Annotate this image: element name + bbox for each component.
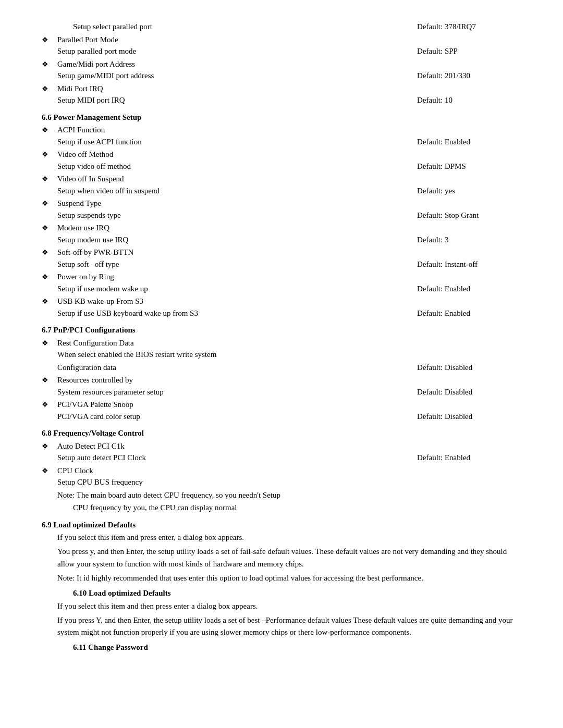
section-69-header: 6.9 Load optimized Defaults: [42, 519, 521, 531]
bullet-icon: ❖: [42, 124, 57, 135]
section-610-header: 6.10 Load optimized Defaults: [73, 587, 521, 599]
list-item: ❖ Video off In Suspend: [42, 173, 521, 185]
bullet-icon: ❖: [42, 222, 57, 233]
bullet-icon: ❖: [42, 295, 57, 307]
list-item: ❖ Midi Port IRQ: [42, 83, 521, 95]
bullet-icon: ❖: [42, 58, 57, 70]
section-610-para-0: If you select this item and then press e…: [57, 600, 521, 612]
item-desc: Setup soft –off type: [57, 258, 407, 270]
item-title: USB KB wake-up From S3: [57, 295, 143, 307]
list-item: ❖ ACPI Function: [42, 124, 521, 136]
bullet-icon: ❖: [42, 399, 57, 410]
bullet-icon: ❖: [42, 149, 57, 160]
list-item: ❖ USB KB wake-up From S3: [42, 295, 521, 307]
bullet-icon: ❖: [42, 440, 57, 452]
list-item: ❖ Paralled Port Mode: [42, 34, 521, 46]
item-title: Paralled Port Mode: [57, 34, 118, 46]
item-title: PCI/VGA Palette Snoop: [57, 399, 133, 411]
bullet-icon: ❖: [42, 198, 57, 209]
bullet-icon: ❖: [42, 34, 57, 45]
list-item: ❖ Video off Method: [42, 149, 521, 161]
list-item: ❖ Auto Detect PCI C1k: [42, 440, 521, 452]
section-69-para-2: Note: It id highly recommended that uses…: [57, 572, 521, 584]
list-item: ❖ Suspend Type: [42, 198, 521, 209]
item-desc: Setup MIDI port IRQ: [57, 94, 407, 106]
item-title: Resources controlled by: [57, 374, 133, 386]
item-desc-line1: When select enabled the BIOS restart wri…: [57, 349, 521, 361]
list-item: ❖ Soft-off by PWR-BTTN: [42, 246, 521, 258]
list-item: ❖ Rest Configuration Data: [42, 337, 521, 349]
item-title: Midi Port IRQ: [57, 83, 103, 95]
item-desc-row: Setup modem use IRQ Default: 3: [42, 234, 521, 246]
item-title: Suspend Type: [57, 198, 101, 209]
item-desc-row: Setup suspends type Default: Stop Grant: [42, 209, 521, 221]
item-default: Default: Disabled: [407, 386, 521, 398]
top-desc-text: Setup select paralled port: [73, 21, 407, 33]
item-default: Default: 3: [407, 234, 521, 246]
item-desc-row: When select enabled the BIOS restart wri…: [42, 349, 521, 361]
item-desc: Setup auto detect PCI Clock: [57, 452, 407, 464]
section-69-para-1: You press y, and then Enter, the setup u…: [57, 546, 521, 570]
item-desc: Setup if use modem wake up: [57, 283, 407, 295]
bullet-icon: ❖: [42, 337, 57, 349]
bullet-icon: ❖: [42, 374, 57, 386]
item-desc: Setup paralled port mode: [57, 45, 407, 57]
section-67-header: 6.7 PnP/PCI Configurations: [42, 324, 521, 336]
item-desc-row: Configuration data Default: Disabled: [42, 362, 521, 374]
item-default: Default: Disabled: [407, 362, 521, 374]
item-title: Rest Configuration Data: [57, 337, 134, 349]
item-desc: System resources parameter setup: [57, 386, 407, 398]
note-line1: Note: The main board auto detect CPU fre…: [57, 489, 521, 501]
item-title: CPU Clock: [57, 465, 93, 477]
item-desc-row: Setup paralled port mode Default: SPP: [42, 45, 521, 57]
list-item: ❖ Power on by Ring: [42, 271, 521, 283]
bullet-icon: ❖: [42, 83, 57, 94]
item-desc: Setup CPU BUS frequency: [57, 476, 407, 488]
item-desc-row: Setup video off method Default: DPMS: [42, 161, 521, 172]
list-item: ❖ Game/Midi port Address: [42, 58, 521, 70]
item-desc: Setup when video off in suspend: [57, 185, 407, 197]
top-desc-row: Setup select paralled port Default: 378/…: [42, 21, 521, 33]
list-item: ❖ Resources controlled by: [42, 374, 521, 386]
item-desc-row: PCI/VGA card color setup Default: Disabl…: [42, 411, 521, 423]
item-default: Default: Enabled: [407, 452, 521, 464]
section-69-para-0: If you select this item and press enter,…: [57, 532, 521, 544]
item-desc: Setup game/MIDI port address: [57, 70, 407, 82]
item-title: Power on by Ring: [57, 271, 114, 283]
item-default: Default: Enabled: [407, 136, 521, 148]
item-desc-row: Setup if use modem wake up Default: Enab…: [42, 283, 521, 295]
item-default: Default: Stop Grant: [407, 209, 521, 221]
item-default: Default: 10: [407, 94, 521, 106]
list-item: ❖ CPU Clock: [42, 465, 521, 477]
item-desc: Setup modem use IRQ: [57, 234, 407, 246]
item-desc-row: Setup soft –off type Default: Instant-of…: [42, 258, 521, 270]
item-desc: Setup video off method: [57, 161, 407, 172]
item-default: Default: Disabled: [407, 411, 521, 423]
item-title: Video off Method: [57, 149, 113, 161]
item-default: Default: DPMS: [407, 161, 521, 172]
item-default: Default: SPP: [407, 45, 521, 57]
item-title: Video off In Suspend: [57, 173, 124, 185]
item-title: Modem use IRQ: [57, 222, 109, 234]
item-desc-row: Setup MIDI port IRQ Default: 10: [42, 94, 521, 106]
bullet-icon: ❖: [42, 173, 57, 184]
section-610-para-1: If you press Y, and then Enter, the setu…: [57, 614, 521, 639]
item-desc-row: Setup auto detect PCI Clock Default: Ena…: [42, 452, 521, 464]
section-68-header: 6.8 Frequency/Voltage Control: [42, 427, 521, 439]
item-desc-line2: Configuration data: [57, 362, 407, 374]
item-default: Default: yes: [407, 185, 521, 197]
bullet-icon: ❖: [42, 465, 57, 476]
top-default-text: Default: 378/IRQ7: [407, 21, 521, 33]
item-desc-row: Setup game/MIDI port address Default: 20…: [42, 70, 521, 82]
bullet-icon: ❖: [42, 271, 57, 282]
item-title: ACPI Function: [57, 124, 105, 136]
item-default: Default: Enabled: [407, 307, 521, 319]
item-desc: Setup if use USB keyboard wake up from S…: [57, 307, 407, 319]
item-desc-row: System resources parameter setup Default…: [42, 386, 521, 398]
item-default: Default: Instant-off: [407, 258, 521, 270]
item-title: Game/Midi port Address: [57, 58, 135, 70]
item-desc-row: Setup if use USB keyboard wake up from S…: [42, 307, 521, 319]
item-desc-row: Setup when video off in suspend Default:…: [42, 185, 521, 197]
item-desc-row: Setup CPU BUS frequency: [42, 476, 521, 488]
item-title: Auto Detect PCI C1k: [57, 440, 125, 452]
